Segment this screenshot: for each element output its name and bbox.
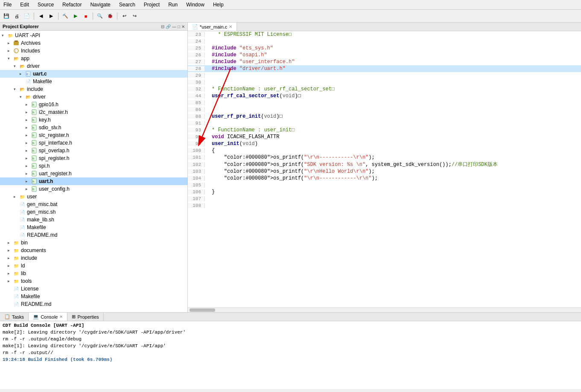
tree-item-tools[interactable]: ▸📁tools	[0, 277, 187, 285]
tree-item-license[interactable]: 📄License	[0, 285, 187, 293]
toolbar-redo[interactable]: ↪	[130, 12, 139, 21]
toolbar-print[interactable]: 🖨	[12, 12, 21, 21]
tree-arrow-sdio-slvh[interactable]: ▸	[26, 125, 31, 130]
toolbar-back[interactable]: ◀	[36, 12, 46, 21]
tree-item-bin[interactable]: ▸📁bin	[0, 239, 187, 247]
menu-project[interactable]: Project	[142, 1, 161, 9]
scrollbar-thumb[interactable]	[190, 308, 215, 312]
menu-file[interactable]: File	[2, 1, 13, 9]
tree-item-spi-interfaceh[interactable]: ▸hspi_interface.h	[0, 139, 187, 147]
tree-item-readme2[interactable]: 📄README.md	[0, 300, 187, 308]
console-content[interactable]: CDT Build Console [UART -API]make[2]: Le…	[0, 321, 581, 389]
tab-properties[interactable]: ⊞ Properties	[67, 313, 103, 321]
tree-item-i2c-masterh[interactable]: ▸hi2c_master.h	[0, 108, 187, 116]
tree-item-user-folder[interactable]: ▸📁user	[0, 193, 187, 200]
tree-arrow-spih[interactable]: ▸	[26, 164, 31, 168]
tree-arrow-uart-registerh[interactable]: ▸	[26, 171, 31, 176]
code-editor[interactable]: 23 * ESPRESSIF MIT License□2425#include …	[188, 31, 581, 307]
tree-item-documents[interactable]: ▸📁documents	[0, 247, 187, 254]
tree-item-app[interactable]: ▾📂app	[0, 55, 187, 62]
tree-item-driver-inc[interactable]: ▾📂driver	[0, 93, 187, 101]
tree-item-spi-overlaph[interactable]: ▸hspi_overlap.h	[0, 147, 187, 154]
tree-arrow-includes[interactable]: ▸	[8, 49, 13, 53]
tree-item-ld[interactable]: ▸📁ld	[0, 262, 187, 270]
tree-item-uart-registerh[interactable]: ▸huart_register.h	[0, 170, 187, 177]
close-icon[interactable]: ✕	[181, 24, 185, 29]
tree-arrow-gpio16h[interactable]: ▸	[26, 102, 31, 107]
tree-item-make-lib-sh[interactable]: 📄make_lib.sh	[0, 216, 187, 224]
collapse-all-icon[interactable]: ⊟	[161, 24, 164, 29]
tree-item-lib[interactable]: ▸📁lib	[0, 270, 187, 277]
tree-item-gen-misc-sh[interactable]: 📄gen_misc.sh	[0, 208, 187, 216]
toolbar-new[interactable]: 📄	[22, 12, 32, 21]
tree-item-archives[interactable]: ▸Archives	[0, 39, 187, 47]
tree-item-includes[interactable]: ▸iIncludes	[0, 47, 187, 55]
tree-arrow-uart-c[interactable]: ▸	[20, 72, 25, 76]
menu-run[interactable]: Run	[166, 1, 179, 9]
maximize-icon[interactable]: □	[178, 24, 180, 29]
tree-item-driver-folder[interactable]: ▾📂driver	[0, 62, 187, 70]
tree-item-user-configh[interactable]: ▸huser_config.h	[0, 185, 187, 193]
toolbar-save[interactable]: 💾	[2, 12, 11, 21]
tree-container[interactable]: ▾📁UART -API▸Archives▸iIncludes▾📂app▾📂dri…	[0, 31, 187, 312]
menu-navigate[interactable]: Navigate	[88, 1, 112, 9]
tree-arrow-driver-folder[interactable]: ▾	[14, 64, 19, 68]
tree-arrow-spi-registerh[interactable]: ▸	[26, 156, 31, 160]
link-editor-icon[interactable]: 🔗	[166, 24, 171, 29]
tree-item-readme1[interactable]: 📄README.md	[0, 231, 187, 239]
tree-arrow-spi-interfaceh[interactable]: ▸	[26, 141, 31, 145]
console-close-icon[interactable]: ✕	[59, 314, 63, 319]
tree-item-sdio-slvh[interactable]: ▸hsdio_slv.h	[0, 124, 187, 131]
tree-arrow-include-folder[interactable]: ▾	[14, 87, 19, 91]
toolbar-build[interactable]: 🔨	[61, 12, 70, 21]
tree-item-makefile1[interactable]: 📄Makefile	[0, 78, 187, 85]
tree-item-uart-api[interactable]: ▾📁UART -API	[0, 32, 187, 39]
tree-arrow-bin[interactable]: ▸	[8, 241, 13, 245]
tree-item-spih[interactable]: ▸hspi.h	[0, 162, 187, 170]
toolbar-search[interactable]: 🔍	[95, 12, 105, 21]
toolbar-undo[interactable]: ↩	[120, 12, 129, 21]
toolbar-stop[interactable]: ■	[81, 12, 91, 21]
tab-close-icon[interactable]: ✕	[229, 24, 232, 29]
tree-arrow-uart-api[interactable]: ▾	[2, 33, 7, 38]
tree-item-keyh[interactable]: ▸hkey.h	[0, 116, 187, 124]
menu-refactor[interactable]: Refactor	[61, 1, 83, 9]
tree-item-slc-registerh[interactable]: ▸hslc_register.h	[0, 131, 187, 139]
toolbar-forward[interactable]: ▶	[47, 12, 56, 21]
toolbar-debug[interactable]: 🐞	[105, 12, 115, 21]
tree-item-spi-registerh[interactable]: ▸hspi_register.h	[0, 154, 187, 162]
tree-arrow-uarth[interactable]: ▸	[26, 179, 31, 183]
tree-item-makefile3[interactable]: 📄Makefile	[0, 293, 187, 300]
tree-arrow-slc-registerh[interactable]: ▸	[26, 133, 31, 137]
tree-arrow-ld[interactable]: ▸	[8, 264, 13, 268]
tree-item-uarth[interactable]: ▸huart.h	[0, 177, 187, 185]
tree-item-include-top[interactable]: ▸📁include	[0, 254, 187, 262]
menu-help[interactable]: Help	[211, 1, 225, 9]
tree-item-gen-misc-bat[interactable]: 📄gen_misc.bat	[0, 200, 187, 208]
tree-item-uart-c[interactable]: ▸cuart.c	[0, 70, 187, 78]
tree-arrow-tools[interactable]: ▸	[8, 279, 13, 283]
tree-arrow-include-top[interactable]: ▸	[8, 256, 13, 260]
horizontal-scrollbar[interactable]	[188, 307, 581, 312]
menu-window[interactable]: Window	[184, 1, 206, 9]
menu-search[interactable]: Search	[117, 1, 137, 9]
tree-arrow-keyh[interactable]: ▸	[26, 118, 31, 122]
tree-item-gpio16h[interactable]: ▸hgpio16.h	[0, 101, 187, 108]
tree-arrow-user-folder[interactable]: ▸	[14, 195, 19, 199]
minimize-icon[interactable]: —	[172, 24, 176, 29]
tree-arrow-i2c-masterh[interactable]: ▸	[26, 110, 31, 114]
menu-edit[interactable]: Edit	[18, 1, 31, 9]
tab-console[interactable]: 💻 Console ✕	[29, 313, 67, 321]
menu-source[interactable]: Source	[36, 1, 55, 9]
tree-arrow-lib[interactable]: ▸	[8, 271, 13, 276]
tree-item-makefile2[interactable]: 📄Makefile	[0, 224, 187, 231]
tab-tasks[interactable]: 📋 Tasks	[0, 313, 29, 321]
tree-arrow-spi-overlaph[interactable]: ▸	[26, 148, 31, 153]
toolbar-run[interactable]: ▶	[71, 12, 80, 21]
tree-arrow-app[interactable]: ▾	[8, 56, 13, 61]
tree-arrow-archives[interactable]: ▸	[8, 41, 13, 45]
tree-item-include-folder[interactable]: ▾📂include	[0, 85, 187, 93]
tree-arrow-user-configh[interactable]: ▸	[26, 187, 31, 191]
tree-arrow-driver-inc[interactable]: ▾	[20, 95, 25, 99]
editor-tab-user-main[interactable]: 📄 *user_main.c ✕	[188, 23, 237, 31]
